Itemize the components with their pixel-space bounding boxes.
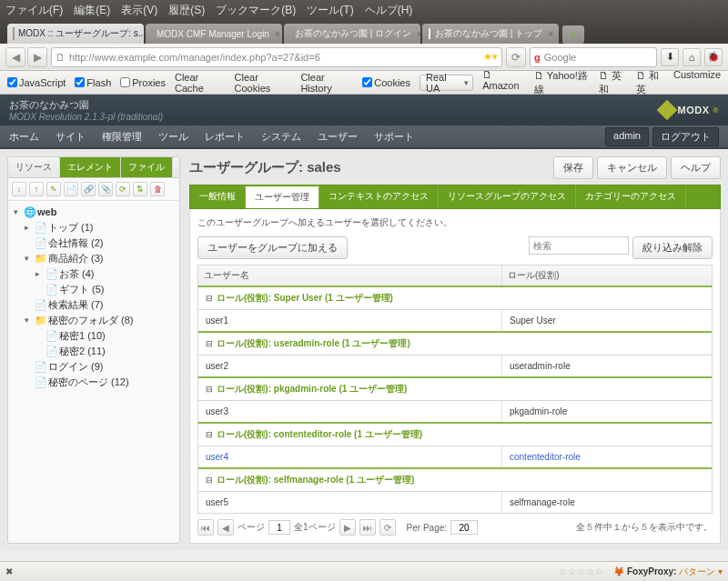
pager-next-button[interactable]: ▶	[339, 519, 356, 536]
user-search-input[interactable]	[529, 236, 629, 255]
tree-item[interactable]: ▾📁商品紹介 (3)	[14, 251, 174, 266]
addon-icon[interactable]: ✖	[5, 566, 13, 576]
browser-tab[interactable]: MODX CMF Manager Login×	[146, 24, 282, 44]
close-icon[interactable]: ×	[417, 29, 420, 39]
modx-nav-item[interactable]: ツール	[158, 130, 188, 144]
os-menu-item[interactable]: 履歴(S)	[168, 3, 205, 18]
collapse-icon[interactable]: ⊟	[206, 385, 213, 394]
user-row[interactable]: user5selfmanage-role	[197, 492, 713, 514]
collapse-icon[interactable]: ⊟	[206, 294, 213, 303]
os-menu-item[interactable]: ブックマーク(B)	[216, 3, 296, 18]
new-link-icon[interactable]: 🔗	[81, 182, 96, 196]
col-username[interactable]: ユーザー名	[198, 265, 502, 285]
modx-nav-item[interactable]: ホーム	[9, 130, 39, 144]
modx-nav-item[interactable]: ユーザー	[318, 130, 358, 144]
tree-item[interactable]: 📄会社情報 (2)	[14, 235, 174, 251]
pager-page-input[interactable]	[268, 520, 290, 535]
modx-nav-item[interactable]: レポート	[205, 130, 245, 144]
save-button[interactable]: 保存	[553, 156, 593, 179]
tree-item[interactable]: ▸📄お茶 (4)	[14, 266, 174, 282]
close-icon[interactable]: ×	[548, 29, 553, 39]
os-menu-item[interactable]: 表示(V)	[121, 3, 157, 18]
tree-item[interactable]: 📄ギフト (5)	[14, 282, 174, 297]
os-menu-item[interactable]: ツール(T)	[307, 3, 353, 18]
tree-item[interactable]: 📄秘密2 (11)	[14, 344, 174, 359]
new-symlink-icon[interactable]: 📎	[98, 182, 113, 196]
group-header[interactable]: ⊟ ロール(役割): Super User (1 ユーザー管理)	[197, 285, 713, 310]
address-bar[interactable]: 🗋 http://www.example.com/manager/index.p…	[51, 47, 502, 67]
collapse-all-icon[interactable]: ↑	[29, 182, 44, 196]
pager-last-button[interactable]: ⏭	[359, 519, 376, 536]
usergroup-tab-1[interactable]: ユーザー管理	[246, 185, 319, 208]
user-row[interactable]: user3pkgadmin-role	[197, 401, 713, 423]
tree-item[interactable]: ▸📄トップ (1)	[14, 220, 174, 235]
browser-search[interactable]: gGoogle	[530, 47, 657, 67]
bookmark-amazon[interactable]: 🗋 Amazon	[482, 69, 525, 96]
modx-nav-item[interactable]: システム	[261, 130, 301, 144]
left-tab-2[interactable]: ファイル	[121, 157, 173, 177]
usergroup-tab-0[interactable]: 一般情報	[190, 185, 246, 208]
os-menu-item[interactable]: ヘルプ(H)	[365, 3, 413, 18]
firebug-icon[interactable]: 🐞	[704, 48, 723, 66]
javascript-toggle[interactable]: JavaScript	[7, 77, 66, 88]
pager-first-button[interactable]: ⏮	[197, 519, 214, 536]
group-header[interactable]: ⊟ ロール(役割): useradmin-role (1 ユーザー管理)	[197, 331, 713, 356]
collapse-icon[interactable]: ⊟	[206, 476, 213, 485]
proxies-toggle[interactable]: Proxies	[120, 77, 166, 88]
bookmark-eiwa[interactable]: 🗋 英和	[599, 69, 627, 96]
refresh-tree-icon[interactable]: ⟳	[116, 182, 130, 196]
modx-nav-item[interactable]: サポート	[374, 130, 414, 144]
left-tab-0[interactable]: リソース	[8, 157, 60, 177]
clear-filter-button[interactable]: 絞り込み解除	[632, 236, 713, 259]
user-row[interactable]: user1Super User	[197, 310, 713, 332]
help-button[interactable]: ヘルプ	[671, 156, 721, 179]
downloads-icon[interactable]: ⬇	[661, 48, 679, 66]
clear-cache-button[interactable]: Clear Cache	[175, 72, 226, 94]
nav-back-button[interactable]: ◀	[5, 47, 25, 67]
new-resource-icon[interactable]: ✎	[46, 182, 61, 196]
close-icon[interactable]: ×	[275, 29, 280, 39]
home-icon[interactable]: ⌂	[682, 48, 701, 66]
clear-cookies-button[interactable]: Clear Cookies	[235, 72, 292, 94]
cookies-toggle[interactable]: Cookies	[362, 77, 410, 88]
os-menu-item[interactable]: ファイル(F)	[5, 3, 63, 18]
new-tab-button[interactable]: +	[562, 25, 584, 44]
usergroup-tab-2[interactable]: コンテキストのアクセス	[319, 185, 439, 208]
admin-user-button[interactable]: admin	[605, 127, 649, 146]
usergroup-tab-3[interactable]: リソースグループのアクセス	[439, 185, 576, 208]
group-header[interactable]: ⊟ ロール(役割): contenteditor-role (1 ユーザー管理)	[197, 422, 713, 446]
expand-all-icon[interactable]: ↓	[12, 182, 26, 196]
bookmark-yahoo[interactable]: 🗋 Yahoo!路線	[534, 69, 590, 96]
col-role[interactable]: ロール(役割)	[502, 265, 712, 285]
clear-history-button[interactable]: Clear History	[300, 72, 353, 94]
add-user-button[interactable]: ユーザーをグループに加える	[197, 236, 348, 259]
collapse-icon[interactable]: ⊟	[206, 430, 213, 439]
collapse-icon[interactable]: ⊟	[206, 339, 213, 348]
user-row[interactable]: user2useradmin-role	[197, 356, 713, 377]
foxyproxy-status[interactable]: 🦊 FoxyProxy: パターン ▾	[613, 566, 723, 578]
user-row[interactable]: user4contenteditor-role	[197, 446, 713, 468]
browser-tab[interactable]: お茶のなかみつ園 | トップ×	[422, 24, 559, 44]
left-tab-1[interactable]: エレメント	[60, 157, 121, 177]
rating-stars[interactable]: ☆☆☆☆☆	[559, 566, 604, 576]
tree-item[interactable]: ▾📁秘密のフォルダ (8)	[14, 313, 174, 328]
ua-select[interactable]: Real UA	[420, 75, 473, 91]
cancel-button[interactable]: キャンセル	[597, 156, 667, 179]
per-page-input[interactable]	[450, 520, 478, 535]
trash-icon[interactable]: 🗑	[150, 182, 165, 196]
pager-prev-button[interactable]: ◀	[217, 519, 234, 536]
group-header[interactable]: ⊟ ロール(役割): selfmanage-role (1 ユーザー管理)	[197, 467, 713, 492]
tree-item[interactable]: 📄秘密のページ (12)	[14, 375, 174, 390]
tree-root[interactable]: ▾🌐web	[14, 205, 174, 220]
tree-item[interactable]: 📄検索結果 (7)	[14, 297, 174, 313]
logout-button[interactable]: ログアウト	[652, 127, 719, 146]
os-menu-item[interactable]: 編集(E)	[74, 3, 110, 18]
customize-button[interactable]: Customize	[673, 69, 721, 96]
usergroup-tab-4[interactable]: カテゴリーのアクセス	[576, 185, 686, 208]
browser-tab[interactable]: MODX :: ユーザーグループ: s...×	[7, 24, 144, 44]
modx-nav-item[interactable]: サイト	[56, 130, 86, 144]
group-header[interactable]: ⊟ ロール(役割): pkgadmin-role (1 ユーザー管理)	[197, 376, 713, 401]
bookmark-waei[interactable]: 🗋 和英	[636, 69, 664, 96]
pager-refresh-button[interactable]: ⟳	[379, 519, 396, 536]
flash-toggle[interactable]: Flash	[75, 77, 111, 88]
